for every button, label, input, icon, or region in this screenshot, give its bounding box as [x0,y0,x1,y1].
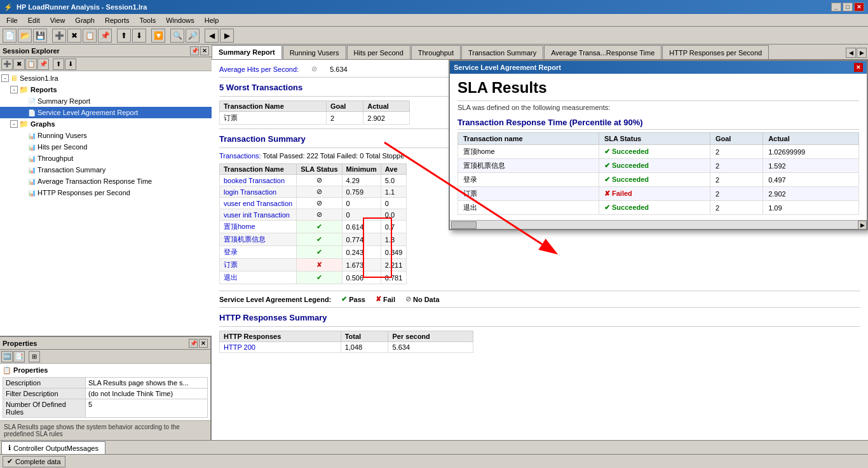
zoom-out-button[interactable]: 🔎 [186,29,200,43]
props-sort-alpha[interactable]: 🔤 [1,351,13,362]
props-expand[interactable]: ⊞ [29,351,40,362]
tab-scroll-right[interactable]: ▶ [857,48,867,58]
sla-table-header: Transaction name SLA Status Goal Actual [458,133,859,145]
close-panel-button[interactable]: ✕ [200,46,209,55]
tree-throughput[interactable]: 📊 Throughput [0,153,212,164]
tree-hits-per-second[interactable]: 📊 Hits per Second [0,141,212,153]
sla-fail-icon-order: ✘ Failed [604,189,632,197]
tab-throughput[interactable]: Throughput [411,45,461,59]
expand-graphs[interactable]: - [10,120,18,128]
sla-scrollbar-thumb[interactable] [451,221,477,229]
transactions-link[interactable]: Transactions: [219,152,262,160]
menu-graph[interactable]: Graph [70,15,100,25]
filter-button[interactable]: 🔽 [151,29,165,43]
properties-status-text: SLA Results page shows the system behavi… [4,423,180,437]
trans-row-ticket-info: 置顶机票信息 ✔ 0.774 1.3 [220,233,407,246]
trans-name-login: login Transaction [220,186,297,198]
props-key-filter: Filter Description [3,389,86,399]
tab-hits-per-second[interactable]: Hits per Second [347,45,410,59]
props-pin-button[interactable]: 📌 [189,339,198,348]
tab-running-vusers[interactable]: Running Vusers [283,45,346,59]
sla-goal-home: 2 [710,145,763,159]
tab-summary-report[interactable]: Summary Report [212,45,282,59]
http-responses-table: HTTP Responses Total Per second HTTP 200… [219,331,473,353]
trans-header-row: Transaction Name SLA Status Minimum Ave [220,164,407,175]
pin-button[interactable]: 📌 [190,46,199,55]
tree-graphs[interactable]: - 📁 Graphs [0,118,212,130]
save-button[interactable]: 💾 [33,29,47,43]
col-transaction-name: Transaction Name [220,101,327,112]
tree-sla-report[interactable]: 📄 Service Level Agreement Report [0,107,212,118]
no-data-icon: ⊘ [311,65,317,73]
menu-help[interactable]: Help [200,15,224,25]
trans-min-booked: 4.29 [342,175,381,186]
bottom-tabs: ℹ Controller OutputMessages [0,440,868,454]
forward-button[interactable]: ▶ [220,29,234,43]
trans-row-vuser-init: vuser init Transaction ⊘ 0 0.0 [220,209,407,221]
legend-nodata-icon: ⊘ [405,295,411,303]
sla-close-btn[interactable]: ✕ [854,63,863,72]
add-button[interactable]: ➕ [52,29,66,43]
remove-button[interactable]: ✖ [67,29,81,43]
tree-avg-transaction[interactable]: 📊 Average Transaction Response Time [0,176,212,187]
close-button[interactable]: ✕ [854,3,864,11]
trans-ave-login: 1.1 [381,186,407,198]
sla-section-title: Transaction Response Time (Percentile at… [458,118,859,130]
app-title: HP LoadRunner Analysis - Session1.lra [17,3,147,11]
tab-scroll-left[interactable]: ◀ [846,48,856,58]
bottom-tab-controller[interactable]: ℹ Controller OutputMessages [1,441,105,454]
tree-summary-report[interactable]: 📄 Summary Report [0,95,212,107]
tree-sla-label: Service Level Agreement Report [37,109,138,116]
explorer-down[interactable]: ⬇ [65,59,76,70]
expand-reports[interactable]: - [10,86,18,93]
avg-hits-label: Average Hits per Second: [219,65,299,73]
pass-icon-home: ✔ [316,223,322,230]
menu-edit[interactable]: Edit [23,15,45,25]
tab-transaction-summary[interactable]: Transaction Summary [461,45,543,59]
avg-hits-link[interactable]: Average Hits per Second: [219,65,299,73]
explorer-copy[interactable]: 📋 [25,59,37,70]
menu-file[interactable]: File [1,15,23,25]
props-close-button[interactable]: ✕ [199,339,208,348]
properties-table: Description SLA Results page shows the s… [3,377,208,418]
http-200-link: HTTP 200 [220,342,341,353]
explorer-up[interactable]: ⬆ [53,59,64,70]
tree-transaction-summary[interactable]: 📊 Transaction Summary [0,164,212,176]
open-button[interactable]: 📂 [18,29,32,43]
menu-tools[interactable]: Tools [134,15,161,25]
menu-reports[interactable]: Reports [100,15,135,25]
tab-http-responses[interactable]: HTTP Responses per Second [662,45,769,59]
trans-row-exit: 退出 ✔ 0.506 0.781 [220,272,407,284]
trans-row-booked: booked Transaction ⊘ 4.29 5.0 [220,175,407,186]
explorer-add[interactable]: ➕ [1,59,13,70]
tab-avg-response[interactable]: Average Transa...Response Time [544,45,661,59]
tree-running-vusers[interactable]: 📊 Running Vusers [0,130,212,141]
props-sort-cat[interactable]: 📑 [13,351,25,362]
sla-scrollbar[interactable]: ▶ [450,220,867,229]
expand-root[interactable]: - [1,74,9,82]
col-minimum: Minimum [342,164,381,175]
up-button[interactable]: ⬆ [117,29,131,43]
zoom-in-button[interactable]: 🔍 [170,29,184,43]
minimize-button[interactable]: _ [831,3,841,11]
back-button[interactable]: ◀ [205,29,219,43]
tree-graphs-label: Graphs [31,120,55,128]
down-button[interactable]: ⬇ [132,29,146,43]
tree-reports[interactable]: - 📁 Reports [0,84,212,95]
trans-name-vuser-init: vuser init Transaction [220,209,297,221]
tree-root[interactable]: - 🖥 Session1.lra [0,72,212,84]
sla-scroll-right-btn[interactable]: ▶ [858,221,867,230]
menu-windows[interactable]: Windows [161,15,200,25]
copy-button[interactable]: 📋 [83,29,97,43]
menu-view[interactable]: View [45,15,71,25]
paste-button[interactable]: 📌 [98,29,112,43]
transactions-stats: Total Passed: 222 Total Failed: 0 Total … [262,152,404,160]
new-button[interactable]: 📄 [3,29,17,43]
explorer-paste[interactable]: 📌 [37,59,49,70]
divider-6 [219,307,860,308]
col-http-responses: HTTP Responses [220,331,341,342]
http-table-header-row: HTTP Responses Total Per second [220,331,473,342]
explorer-remove[interactable]: ✖ [13,59,25,70]
restore-button[interactable]: □ [843,3,853,11]
tree-http-responses[interactable]: 📊 HTTP Responses per Second [0,187,212,198]
